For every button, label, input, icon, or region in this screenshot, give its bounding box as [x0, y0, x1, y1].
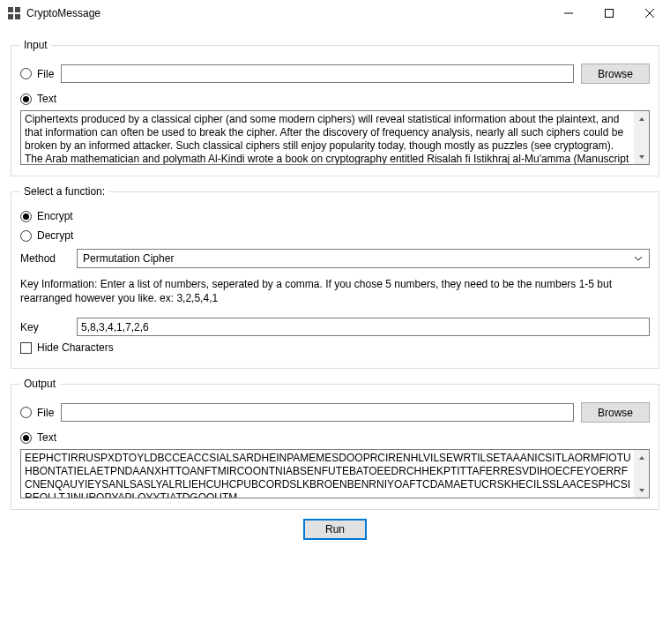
input-group: Input File Browse Text Ciphertexts produ… — [11, 39, 659, 176]
method-label: Method — [20, 252, 70, 265]
svg-marker-8 — [639, 117, 644, 121]
key-input[interactable] — [77, 318, 650, 336]
close-button[interactable] — [629, 0, 670, 26]
output-file-radio[interactable]: File — [20, 407, 54, 419]
svg-marker-9 — [639, 155, 644, 159]
svg-rect-2 — [8, 14, 13, 19]
key-label: Key — [20, 321, 70, 333]
svg-rect-1 — [15, 7, 20, 12]
hide-characters-label: Hide Characters — [37, 341, 114, 354]
window-title: CryptoMessage — [26, 7, 100, 19]
svg-rect-0 — [8, 7, 13, 12]
key-info-text: Key Information: Enter a list of numbers… — [20, 277, 650, 305]
method-select-value: Permutation Cipher — [83, 252, 174, 265]
svg-marker-11 — [639, 489, 644, 492]
titlebar: CryptoMessage — [0, 0, 670, 26]
output-text-scrollbar[interactable] — [634, 450, 649, 498]
method-select[interactable]: Permutation Cipher — [77, 249, 650, 268]
input-text-area[interactable]: Ciphertexts produced by a classical ciph… — [20, 110, 650, 165]
app-icon — [7, 6, 21, 20]
output-text-radio[interactable]: Text — [20, 431, 56, 444]
encrypt-radio-label: Encrypt — [37, 210, 73, 222]
input-text-scrollbar[interactable] — [634, 111, 649, 164]
encrypt-radio[interactable]: Encrypt — [20, 210, 73, 222]
hide-characters-checkbox[interactable]: Hide Characters — [20, 341, 114, 354]
input-file-radio[interactable]: File — [20, 68, 54, 80]
output-legend: Output — [20, 378, 59, 390]
output-text-radio-label: Text — [37, 431, 56, 444]
input-browse-button[interactable]: Browse — [581, 64, 650, 84]
run-button[interactable]: Run — [303, 519, 367, 540]
svg-rect-5 — [606, 10, 614, 18]
input-text-content[interactable]: Ciphertexts produced by a classical ciph… — [21, 111, 649, 164]
function-group: Select a function: Encrypt Decrypt Metho… — [11, 185, 659, 369]
scroll-up-icon[interactable] — [634, 111, 649, 126]
output-text-content[interactable]: EEPHCTIRRUSPXDTOYLDBCCEACCSIALSARDHEINPA… — [21, 450, 649, 498]
input-file-radio-label: File — [37, 68, 54, 80]
output-text-area[interactable]: EEPHCTIRRUSPXDTOYLDBCCEACCSIALSARDHEINPA… — [20, 449, 650, 498]
decrypt-radio-label: Decrypt — [37, 229, 73, 242]
output-file-path[interactable] — [61, 403, 574, 422]
chevron-down-icon — [631, 256, 645, 261]
output-file-radio-label: File — [37, 407, 54, 419]
maximize-button[interactable] — [589, 0, 629, 26]
function-legend: Select a function: — [20, 185, 108, 198]
decrypt-radio[interactable]: Decrypt — [20, 229, 73, 242]
output-group: Output File Browse Text EEPHCTIRRUSPXDTO… — [11, 378, 659, 510]
input-file-path[interactable] — [61, 64, 574, 83]
svg-rect-3 — [15, 14, 20, 19]
input-legend: Input — [20, 39, 51, 51]
output-browse-button[interactable]: Browse — [581, 402, 650, 423]
scroll-up-icon[interactable] — [634, 450, 649, 465]
scroll-down-icon[interactable] — [634, 483, 649, 498]
minimize-button[interactable] — [548, 0, 589, 26]
input-text-radio-label: Text — [37, 93, 56, 105]
svg-marker-10 — [639, 456, 644, 460]
input-text-radio[interactable]: Text — [20, 93, 56, 105]
scroll-down-icon[interactable] — [634, 149, 649, 164]
